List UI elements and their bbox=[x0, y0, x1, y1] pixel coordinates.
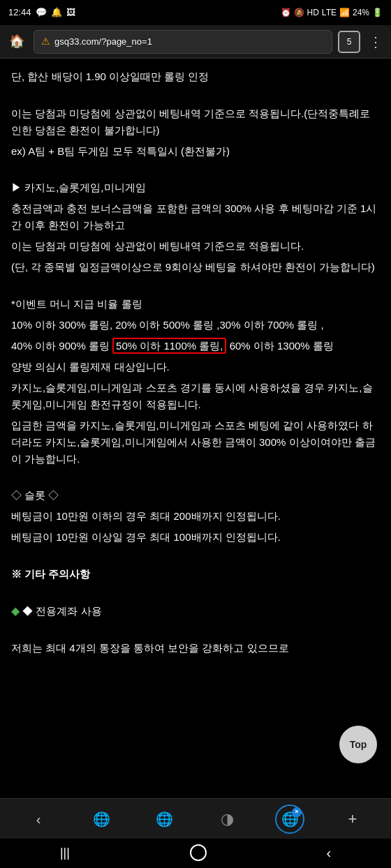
home-button[interactable]: 🏠 bbox=[6, 31, 28, 53]
casino-line-3: (단, 각 종목별 일정금액이상으로 9회이상 베팅을 하셔야만 환전이 가능합… bbox=[11, 259, 380, 276]
url-bar[interactable]: ⚠ gsq33.com/?page_no=1 bbox=[34, 30, 332, 54]
page-content: 단, 합산 배당이 1.90 이상일때만 롤링 인정 이는 당첨과 미당첨에 상… bbox=[0, 59, 391, 798]
status-bar: 12:44 💬 🔔 🖼 ⏰ 🔕 HD LTE 📶 24% 🔋 bbox=[0, 0, 391, 25]
add-icon: + bbox=[348, 807, 357, 830]
slot-line-1: 베팅금이 10만원 이하의 경우 최대 200배까지 인정됩니다. bbox=[11, 508, 380, 525]
event-line-2: 40% 이하 900% 롤링 50% 이하 1100% 롤링, 60% 이하 1… bbox=[11, 338, 380, 354]
event-line-3: 양방 의심시 롤링제재 대상입니다. bbox=[11, 359, 380, 375]
event-title: *이벤트 머니 지급 비율 롤링 bbox=[11, 296, 380, 313]
recent-apps-button[interactable]: ||| bbox=[60, 844, 70, 862]
rolling-note: 단, 합산 배당이 1.90 이상일때만 롤링 인정 bbox=[11, 68, 380, 85]
browser-bar: 🏠 ⚠ gsq33.com/?page_no=1 5 ⋮ bbox=[0, 25, 391, 59]
event-line-4: 카지노,슬롯게임,미니게임과 스포츠 경기를 동시에 사용하셨을 경우 카지노,… bbox=[11, 380, 380, 413]
globe-1-icon: 🌐 bbox=[93, 809, 110, 830]
event-line-5: 입금한 금액을 카지노,슬롯게임,미니게임과 스포츠 베팅에 같이 사용하였다 … bbox=[11, 417, 380, 467]
opera-button[interactable]: ◑ bbox=[212, 805, 242, 834]
casino-section-title: ▶ 카지노,슬롯게임,미니게임 bbox=[11, 179, 380, 196]
betting-note-1: 이는 당첨과 미당첨에 상관없이 베팅내역 기준으로 적용됩니다.(단적중특례로… bbox=[11, 105, 380, 139]
warning-icon: ⚠ bbox=[41, 34, 50, 49]
status-right: ⏰ 🔕 HD LTE 📶 24% 🔋 bbox=[281, 6, 383, 19]
hd-badge: HD bbox=[307, 6, 319, 19]
close-dot-icon[interactable]: × bbox=[292, 807, 302, 817]
event-line2-post: 60% 이하 1300% 롤링 bbox=[230, 340, 334, 352]
casino-line-2: 이는 당첨과 미당첨에 상관없이 베팅내역 기준으로 적용됩니다. bbox=[11, 238, 380, 255]
event-line-1: 10% 이하 300% 롤링, 20% 이하 500% 롤링 ,30% 이하 7… bbox=[11, 317, 380, 334]
back-button[interactable]: ‹ bbox=[24, 805, 53, 834]
event-line2-pre: 40% 이하 900% 롤링 bbox=[11, 340, 110, 352]
account-title-text: ◆ 전용계좌 사용 bbox=[22, 605, 101, 617]
url-text: gsq33.com/?page_no=1 bbox=[54, 35, 152, 49]
status-left: 12:44 💬 🔔 🖼 bbox=[8, 6, 75, 20]
sound-icon: 🔔 bbox=[51, 6, 62, 20]
back-nav-button[interactable]: ‹ bbox=[326, 842, 331, 863]
message-icon: 💬 bbox=[36, 6, 47, 20]
betting-note-2: ex) A팀 + B팀 두게임 모두 적특일시 (환전불가) bbox=[11, 143, 380, 160]
diamond-icon: ◆ bbox=[11, 605, 20, 617]
opera-icon: ◑ bbox=[221, 807, 234, 830]
slot-title: ◇ 슬롯 ◇ bbox=[11, 487, 380, 504]
alarm-icon: ⏰ bbox=[281, 6, 291, 19]
image-icon: 🖼 bbox=[66, 6, 75, 20]
lte-badge: LTE bbox=[322, 6, 337, 19]
browser-navigation: ‹ 🌐 🌐 ◑ 🌐 × + bbox=[0, 798, 391, 839]
signal-icon: 📶 bbox=[339, 6, 350, 19]
slot-line-2: 베팅금이 10만원 이상일 경우 최대 100배까지 인정됩니다. bbox=[11, 529, 380, 546]
notice-title: ※ 기타 주의사항 bbox=[11, 566, 380, 583]
account-line-1: 저희는 최대 4개의 통장을 통하여 보안을 강화하고 있으므로 bbox=[11, 640, 380, 657]
back-icon: ‹ bbox=[36, 809, 41, 830]
battery-icon: 🔋 bbox=[372, 6, 383, 19]
home-nav-button[interactable] bbox=[190, 844, 207, 861]
active-tab-button[interactable]: 🌐 × bbox=[275, 805, 304, 834]
top-button[interactable]: Top bbox=[339, 726, 377, 763]
mute-icon: 🔕 bbox=[294, 6, 304, 19]
globe-1-button[interactable]: 🌐 bbox=[87, 805, 116, 834]
event-highlight: 50% 이하 1100% 롤링, bbox=[112, 338, 226, 354]
globe-2-button[interactable]: 🌐 bbox=[149, 805, 179, 834]
account-title: ◆ ◆ 전용계좌 사용 bbox=[11, 602, 380, 620]
more-menu-button[interactable]: ⋮ bbox=[366, 32, 385, 52]
casino-line-1: 충전금액과 충전 보너스금액을 포함한 금액의 300% 사용 후 베팅마감 기… bbox=[11, 200, 380, 234]
phone-nav-bar: ||| ‹ bbox=[0, 839, 391, 868]
time-display: 12:44 bbox=[8, 6, 31, 20]
add-tab-button[interactable]: + bbox=[338, 805, 367, 834]
globe-2-icon: 🌐 bbox=[156, 809, 173, 830]
battery-display: 24% bbox=[353, 6, 369, 19]
tab-count-button[interactable]: 5 bbox=[338, 31, 360, 53]
